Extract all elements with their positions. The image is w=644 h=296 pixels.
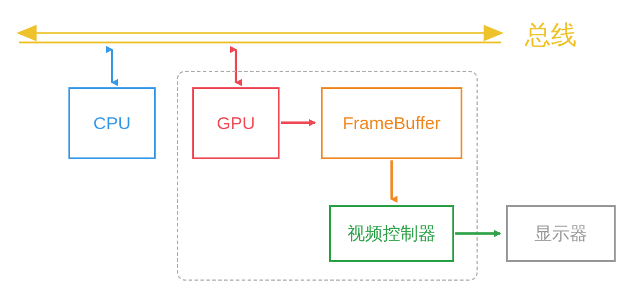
gpu-label: GPU xyxy=(216,113,255,133)
cpu-box: CPU xyxy=(68,87,156,159)
display-box: 显示器 xyxy=(506,205,616,262)
framebuffer-to-video-arrow-icon xyxy=(385,159,399,206)
bus-label: 总线 xyxy=(525,18,577,52)
video-controller-label: 视频控制器 xyxy=(347,222,436,246)
cpu-bus-arrow-icon xyxy=(105,44,119,88)
cpu-label: CPU xyxy=(93,113,130,133)
display-label: 显示器 xyxy=(534,222,587,246)
gpu-to-framebuffer-arrow-icon xyxy=(280,116,322,130)
bus-arrow-icon xyxy=(0,20,520,55)
diagram-canvas: 总线 CPU GPU xyxy=(0,0,644,296)
video-to-display-arrow-icon xyxy=(454,226,507,241)
framebuffer-label: FrameBuffer xyxy=(343,113,441,133)
gpu-box: GPU xyxy=(192,87,280,159)
framebuffer-box: FrameBuffer xyxy=(321,87,462,159)
video-controller-box: 视频控制器 xyxy=(329,205,454,262)
